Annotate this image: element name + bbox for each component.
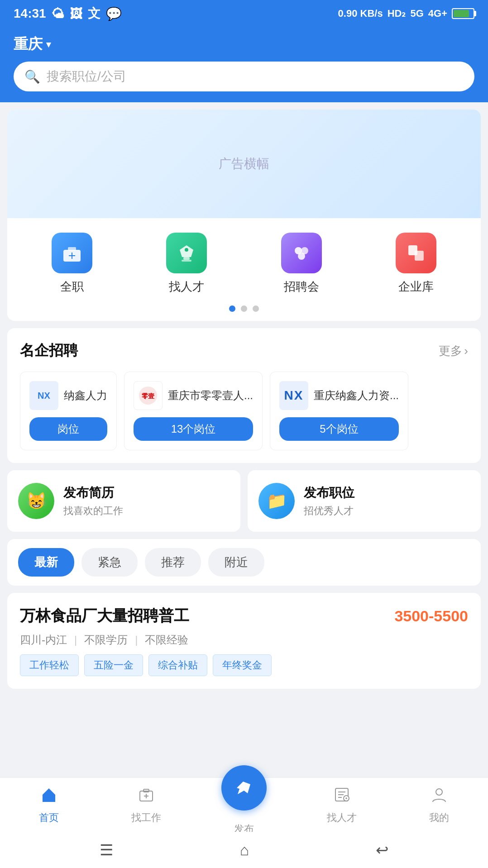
post-icon: 📁 [258,483,295,519]
nav-talent[interactable]: 找人才 [293,786,391,825]
chevron-right-icon: › [464,344,468,358]
cta-post-text: 发布职位 招优秀人才 [304,484,354,518]
banner-image[interactable]: 广告横幅 [7,110,481,218]
company-name-1: 纳鑫人力 [64,388,107,403]
dot-1[interactable] [229,305,235,312]
dot-2[interactable] [241,305,247,312]
5g-signal: 5G [410,8,423,19]
chevron-down-icon: ▾ [46,39,51,50]
job-salary: 3500-5500 [394,607,468,625]
category-quanzhi[interactable]: 全职 [52,233,92,295]
nav-home[interactable]: 首页 [0,786,98,825]
cta-resume-subtitle: 找喜欢的工作 [63,504,123,518]
company-name-3: 重庆纳鑫人力资... [314,388,399,403]
sys-home-btn[interactable]: ⌂ [240,841,249,859]
filter-tab-jiji[interactable]: 紧急 [81,548,138,577]
quanzhi-label: 全职 [60,279,84,295]
status-right: 0.90 KB/s HD₂ 5G 4G+ [338,8,474,19]
cta-post[interactable]: 📁 发布职位 招优秀人才 [248,470,481,532]
job-tag-3: 年终奖金 [213,654,272,676]
image-icon: 🖼 [70,6,82,21]
job-tag-1: 五险一金 [84,654,143,676]
qiyeku-icon [396,233,436,273]
job-card[interactable]: 万林食品厂大量招聘普工 3500-5500 四川-内江 | 不限学历 | 不限经… [7,593,481,689]
nav-mine-label: 我的 [429,811,449,825]
city-selector[interactable]: 重庆 ▾ [14,34,474,54]
weather-icon: 🌤 [52,6,64,21]
category-rencai[interactable]: 找人才 [166,233,207,295]
qiyeku-label: 企业库 [398,279,434,295]
company-logo-row-3: NX 重庆纳鑫人力资... [279,381,399,410]
svg-rect-15 [46,796,52,802]
search-bar[interactable]: 🔍 搜索职位/公司 [14,62,474,91]
job-meta: 四川-内江 | 不限学历 | 不限经验 [20,633,468,647]
more-button[interactable]: 更多 › [439,343,468,359]
company-logo-row-1: NX 纳鑫人力 [29,381,107,410]
more-label: 更多 [439,343,462,359]
category-qiyeku[interactable]: 企业库 [396,233,436,295]
cta-row: 😸 发布简历 找喜欢的工作 📁 发布职位 招优秀人才 [7,470,481,532]
filter-tabs: 最新 紧急 推荐 附近 [7,539,481,586]
jobs-icon [137,786,155,808]
cta-resume-text: 发布简历 找喜欢的工作 [63,484,123,518]
position-btn-1[interactable]: 岗位 [29,417,107,441]
company-card-2[interactable]: 零壹 重庆市零零壹人... 13个岗位 [124,372,263,450]
category-grid: 全职 找人才 招聘会 [7,218,481,305]
pay-icon: 文 [88,5,100,22]
company-logo-row-2: 零壹 重庆市零零壹人... [134,381,253,410]
company-card-3[interactable]: NX 重庆纳鑫人力资... 5个岗位 [270,372,408,450]
city-name: 重庆 [14,34,43,54]
position-btn-2[interactable]: 13个岗位 [134,417,253,441]
filter-tab-tuijian[interactable]: 推荐 [145,548,201,577]
zhaopinhui-icon [281,233,322,273]
bottom-nav: 首页 找工作 发布 [0,777,488,832]
cta-resume[interactable]: 😸 发布简历 找喜欢的工作 [7,470,240,532]
sys-menu-btn[interactable]: ☰ [100,841,113,859]
nav-mine[interactable]: 我的 [390,786,488,825]
dot-3[interactable] [253,305,259,312]
status-time: 14:31 [14,6,46,21]
job-tag-0: 工作轻松 [20,654,79,676]
battery-icon [452,8,474,19]
category-zhaopinhui[interactable]: 招聘会 [281,233,322,295]
filter-tab-fujin[interactable]: 附近 [208,548,264,577]
rencai-icon [166,233,207,273]
header: 重庆 ▾ 🔍 搜索职位/公司 [0,27,488,102]
job-location: 四川-内江 [20,633,67,647]
company-logo-1: NX [29,381,58,410]
separator-1: | [74,634,77,646]
sys-back-btn[interactable]: ↩ [376,841,388,859]
company-list: NX 纳鑫人力 岗位 零壹 重庆市零零壹人... 13个岗位 [20,372,468,450]
svg-point-10 [298,253,305,260]
zhaopinhui-label: 招聘会 [284,279,319,295]
svg-point-7 [185,248,188,252]
rencai-label: 找人才 [169,279,204,295]
svg-rect-1 [68,247,76,251]
status-bar: 14:31 🌤 🖼 文 💬 0.90 KB/s HD₂ 5G 4G+ [0,0,488,27]
mine-icon [430,786,448,808]
talent-icon [333,786,351,808]
search-placeholder: 搜索职位/公司 [47,68,126,85]
nav-home-label: 首页 [39,811,59,825]
job-education: 不限学历 [84,633,128,647]
job-tag-2: 综合补贴 [148,654,207,676]
quanzhi-icon [52,233,92,273]
banner-placeholder: 广告横幅 [219,155,269,172]
nav-publish[interactable]: 发布 [195,774,293,836]
separator-2: | [135,634,138,646]
company-card-1[interactable]: NX 纳鑫人力 岗位 [20,372,117,450]
svg-point-27 [436,789,442,795]
hd-badge: HD₂ [388,8,406,19]
position-btn-3[interactable]: 5个岗位 [279,417,399,441]
job-title: 万林食品厂大量招聘普工 [20,606,189,626]
svg-rect-5 [183,257,190,260]
filter-tab-zuixin[interactable]: 最新 [18,548,74,577]
job-title-row: 万林食品厂大量招聘普工 3500-5500 [20,606,468,626]
job-tags: 工作轻松 五险一金 综合补贴 年终奖金 [20,654,468,676]
cta-post-subtitle: 招优秀人才 [304,504,354,518]
publish-button[interactable] [221,765,267,811]
nav-jobs[interactable]: 找工作 [98,786,196,825]
chat-icon: 💬 [106,6,122,21]
network-speed: 0.90 KB/s [338,8,383,19]
nav-jobs-label: 找工作 [131,811,161,825]
